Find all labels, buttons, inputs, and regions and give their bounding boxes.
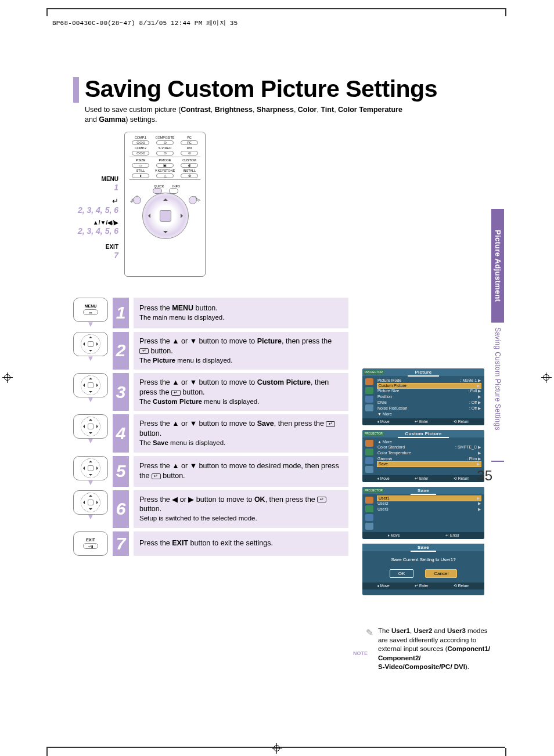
note: ✎ NOTE The User1, User2 and User3 modes … xyxy=(366,627,492,672)
intro-text: Used to save custom picture (Contrast, B… xyxy=(85,105,504,125)
osd-menu: PROJECTORPicturePicture Mode: Movie 1 ▶C… xyxy=(362,368,484,425)
osd-cancel-button[interactable]: Cancel xyxy=(425,569,457,578)
osd-menu-item[interactable]: Color Standard: SMPTE_C ▶ xyxy=(377,444,481,450)
osd-menu-item[interactable]: User2 ▶ xyxy=(377,501,481,507)
step-icon: EXIT↵▮ xyxy=(73,531,108,556)
osd-menu-item[interactable]: Position ▶ xyxy=(377,394,481,400)
step-arrow-icon: ▼ xyxy=(73,478,108,487)
step-arrow-icon: ▼ xyxy=(73,354,108,363)
step-icon xyxy=(73,414,108,439)
step-arrow-icon: ▼ xyxy=(73,436,108,445)
step-icon: MENU▭ xyxy=(73,298,108,322)
step-text: Press the EXIT button to exit the settin… xyxy=(134,531,348,556)
step-number: 1 xyxy=(113,298,129,328)
note-icon: ✎ xyxy=(366,627,373,639)
step-number: 7 xyxy=(113,531,129,556)
osd-menu: PROJECTORCustom Picture▲ More Color Stan… xyxy=(362,430,484,482)
step-arrow-icon: ▼ xyxy=(73,320,108,328)
step-text: Press the ◀ or ▶ button to move to OK, t… xyxy=(134,490,348,528)
step-text: Press the ▲ or ▼ button to move to Custo… xyxy=(134,373,348,411)
osd-menu-item[interactable]: Noise Reduction: Off ▶ xyxy=(377,406,481,411)
page-number: 35 xyxy=(477,468,492,484)
step-icon xyxy=(73,373,108,397)
step-1: MENU▭▼1Press the MENU button.The main me… xyxy=(73,298,504,328)
page-title: Saving Custom Picture Settings xyxy=(85,75,437,103)
osd-menu-item[interactable]: Save ▶ xyxy=(377,461,481,467)
title-accent xyxy=(73,77,79,103)
step-icon xyxy=(73,456,108,480)
step-number: 4 xyxy=(113,414,129,452)
step-number: 5 xyxy=(113,456,129,487)
osd-menu-item[interactable]: ▲ More xyxy=(377,439,481,444)
osd-menu-item[interactable]: Color Temperature ▶ xyxy=(377,450,481,456)
step-arrow-icon: ▼ xyxy=(73,395,108,404)
osd-menu: PROJECTORSaveUser1 ▶User2 ▶User3 ▶♦ Move… xyxy=(362,487,484,539)
step-number: 3 xyxy=(113,373,129,411)
step-icon xyxy=(73,332,108,356)
page-accent xyxy=(491,461,504,462)
osd-ok-button[interactable]: OK xyxy=(390,569,414,578)
osd-menu-item[interactable]: DNIe: Off ▶ xyxy=(377,400,481,406)
step-number: 6 xyxy=(113,490,129,528)
step-text: Press the ▲ or ▼ button to move to Pictu… xyxy=(134,332,348,370)
step-text: Press the ▲ or ▼ button to move to Save,… xyxy=(134,414,348,452)
step-arrow-icon: ▼ xyxy=(73,512,108,521)
osd-dialog: SaveSave Current Setting to User1?OKCanc… xyxy=(362,544,484,595)
osd-menu-item[interactable]: User3 ▶ xyxy=(377,507,481,512)
step-text: Press the MENU button.The main menu is d… xyxy=(134,298,348,328)
print-header: BP68-00430C-00(28~47) 8/31/05 12:44 PM 페… xyxy=(52,19,238,27)
step-number: 2 xyxy=(113,332,129,370)
osd-menu-item[interactable]: ▼ More xyxy=(377,411,481,417)
step-2: ▼2Press the ▲ or ▼ button to move to Pic… xyxy=(73,332,504,370)
remote-diagram: MENU1 ↵2, 3, 4, 5, 6 ▲/▼/◀/▶2, 3, 4, 5, … xyxy=(73,132,504,294)
step-icon xyxy=(73,490,108,515)
step-text: Press the ▲ or ▼ button to move to desir… xyxy=(134,456,348,487)
osd-menu-item[interactable]: Picture Size: Full ▶ xyxy=(377,388,481,394)
